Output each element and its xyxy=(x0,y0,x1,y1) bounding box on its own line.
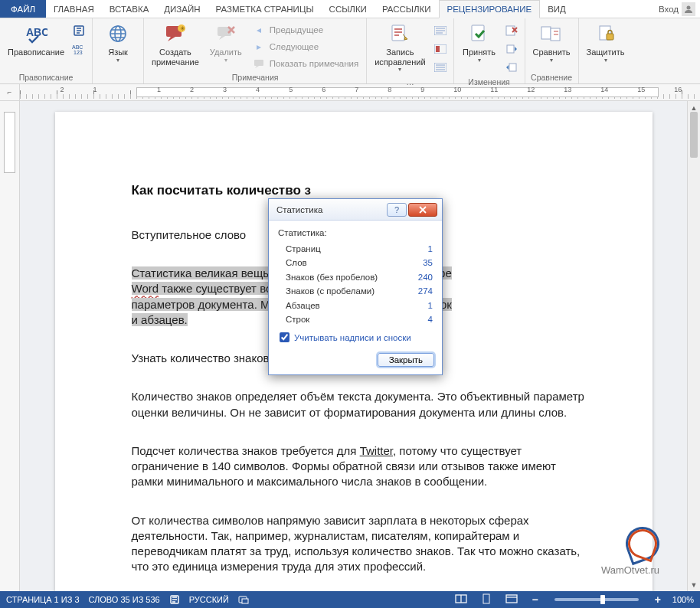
vertical-scrollbar[interactable]: ▲ ▼ xyxy=(687,101,700,591)
vertical-ruler[interactable] xyxy=(0,101,20,591)
zoom-slider[interactable] xyxy=(554,598,639,601)
tab-insert[interactable]: ВСТАВКА xyxy=(102,0,157,18)
zoom-knob[interactable] xyxy=(600,595,605,604)
next-comment-label: Следующее xyxy=(270,42,319,51)
tracking-opt2[interactable] xyxy=(430,40,450,58)
show-comments-icon xyxy=(253,59,265,68)
dialog-close-x-button[interactable] xyxy=(408,203,437,217)
chevron-down-icon: ▾ xyxy=(398,66,401,73)
status-word-count[interactable]: СЛОВО 35 ИЗ 536 xyxy=(89,595,160,604)
dialog-close-button[interactable]: Закрыть xyxy=(378,353,434,367)
new-comment-button[interactable]: ✳ Создать примечание xyxy=(147,20,204,68)
prev-icon: ◂ xyxy=(253,25,265,35)
status-proofing-icon[interactable] xyxy=(169,594,180,605)
zoom-in-button[interactable]: + xyxy=(653,593,663,606)
wordcount-button[interactable]: ABC123 xyxy=(69,40,89,58)
group-proofing: ABC Правописание ABC123 Правописание xyxy=(0,18,93,83)
ribbon: ABC Правописание ABC123 Правописание Язы… xyxy=(0,18,700,84)
next-icon: ▸ xyxy=(253,41,265,52)
tab-review[interactable]: РЕЦЕНЗИРОВАНИЕ xyxy=(439,0,541,18)
prev-comment-button[interactable]: ◂ Предыдущее xyxy=(248,21,363,38)
status-language[interactable]: РУССКИЙ xyxy=(189,595,229,604)
view-read-mode[interactable] xyxy=(453,594,469,605)
zoom-out-button[interactable]: − xyxy=(529,593,540,606)
lock-icon xyxy=(594,21,618,46)
svg-rect-29 xyxy=(483,594,489,603)
chevron-down-icon: ▾ xyxy=(116,57,119,64)
status-insert-icon[interactable] xyxy=(238,595,249,604)
prev-comment-label: Предыдущее xyxy=(270,25,323,34)
spellcheck-icon: ABC xyxy=(24,21,48,46)
view-web-layout[interactable] xyxy=(503,594,520,605)
delete-comment-button[interactable]: Удалить ▾ xyxy=(204,20,248,65)
user-avatar-icon xyxy=(682,2,695,16)
statistics-dialog[interactable]: Статистика ? Статистика: Страниц1 Слов35… xyxy=(268,198,443,375)
svg-text:ABC: ABC xyxy=(72,44,83,50)
doc-paragraph-6: От количества символов напрямую зависит … xyxy=(132,513,588,575)
group-changes: Принять ▾ Изменения xyxy=(454,18,525,83)
language-button[interactable]: Язык ▾ xyxy=(96,20,140,65)
show-comments-button[interactable]: Показать примечания xyxy=(248,55,363,72)
view-print-layout[interactable] xyxy=(479,593,494,606)
svg-rect-20 xyxy=(509,64,516,71)
zoom-level[interactable]: 100% xyxy=(672,595,694,604)
track-changes-icon xyxy=(388,21,412,46)
tab-page-layout[interactable]: РАЗМЕТКА СТРАНИЦЫ xyxy=(208,0,322,18)
svg-rect-27 xyxy=(242,599,248,603)
dialog-checkbox-label: Учитывать надписи и сноски xyxy=(294,333,411,342)
new-comment-icon: ✳ xyxy=(163,21,188,46)
spelling-button[interactable]: ABC Правописание xyxy=(3,20,69,59)
next-change-button[interactable] xyxy=(502,58,522,77)
scroll-thumb[interactable] xyxy=(690,112,698,158)
reject-button[interactable] xyxy=(502,21,522,40)
tab-home[interactable]: ГЛАВНАЯ xyxy=(46,0,102,18)
link-twitter[interactable]: Twitter xyxy=(360,444,393,457)
sign-in[interactable]: Вход xyxy=(654,0,700,18)
accept-button[interactable]: Принять ▾ xyxy=(457,20,502,65)
horizontal-ruler[interactable]: ⌐ 21 123456789101112131415161718 xyxy=(0,84,700,101)
status-page[interactable]: СТРАНИЦА 1 ИЗ 3 xyxy=(6,595,80,604)
proofing-mini-stack: ABC123 xyxy=(69,20,89,58)
track-changes-button[interactable]: Запись исправлений ▾ xyxy=(370,20,430,74)
compare-icon xyxy=(539,21,564,46)
svg-text:✳: ✳ xyxy=(179,25,185,32)
tracking-opt1[interactable] xyxy=(430,21,450,40)
chevron-down-icon: ▾ xyxy=(224,57,227,64)
tab-view[interactable]: ВИД xyxy=(540,0,574,18)
doc-paragraph-4: Количество знаков определяет объём текст… xyxy=(132,389,588,420)
status-bar: СТРАНИЦА 1 ИЗ 3 СЛОВО 35 ИЗ 536 РУССКИЙ … xyxy=(0,591,700,608)
tracking-opt3[interactable] xyxy=(430,58,450,77)
stat-row: Знаков (с пробелами)274 xyxy=(286,284,433,298)
watermark-text: WamOtvet.ru xyxy=(601,564,659,576)
new-comment-label: Создать примечание xyxy=(152,47,199,67)
scroll-down-button[interactable]: ▼ xyxy=(688,578,700,591)
svg-rect-21 xyxy=(541,27,551,39)
chevron-down-icon: ▾ xyxy=(604,57,607,64)
svg-rect-11 xyxy=(254,60,263,66)
prev-change-button[interactable] xyxy=(502,40,522,58)
dialog-checkbox-input[interactable] xyxy=(280,332,289,342)
svg-text:123: 123 xyxy=(74,50,83,55)
hruler-scale[interactable]: 21 123456789101112131415161718 xyxy=(20,84,700,100)
tab-mailings[interactable]: РАССЫЛКИ xyxy=(375,0,439,18)
chevron-down-icon: ▾ xyxy=(478,57,481,64)
spelling-label: Правописание xyxy=(8,47,64,57)
group-compare: Сравнить ▾ Сравнение xyxy=(525,18,579,83)
track-changes-label: Запись исправлений xyxy=(375,47,425,67)
tab-design[interactable]: ДИЗАЙН xyxy=(156,0,208,18)
dialog-checkbox[interactable]: Учитывать надписи и сноски xyxy=(280,332,433,342)
dialog-titlebar[interactable]: Статистика ? xyxy=(269,199,442,221)
next-comment-button[interactable]: ▸ Следующее xyxy=(248,38,363,55)
thesaurus-button[interactable] xyxy=(69,21,89,40)
ruler-corner: ⌐ xyxy=(0,84,20,100)
doc-paragraph-5: Подсчет количества знаков требуется для … xyxy=(132,443,588,490)
tab-file[interactable]: ФАЙЛ xyxy=(0,0,46,18)
compare-button[interactable]: Сравнить ▾ xyxy=(528,20,575,65)
dialog-body: Статистика: Страниц1 Слов35 Знаков (без … xyxy=(269,221,442,348)
dialog-header: Статистика: xyxy=(278,228,433,237)
tab-references[interactable]: ССЫЛКИ xyxy=(322,0,375,18)
group-comments-label: Примечания xyxy=(147,72,363,83)
dialog-help-button[interactable]: ? xyxy=(387,203,407,217)
dialog-stats: Страниц1 Слов35 Знаков (без пробелов)240… xyxy=(286,242,433,326)
protect-button[interactable]: Защитить ▾ xyxy=(582,20,630,65)
